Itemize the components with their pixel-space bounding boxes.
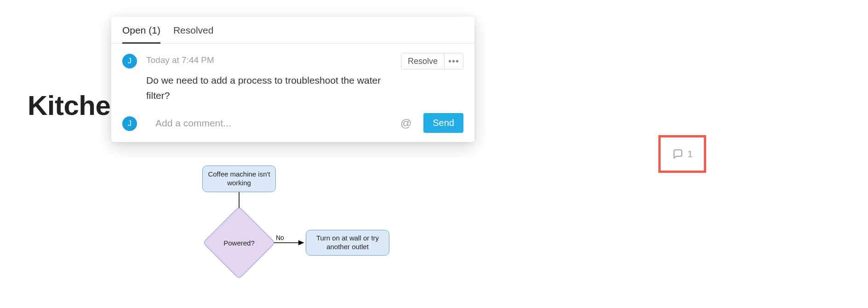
mention-button[interactable]: @ (398, 117, 414, 130)
comment-count: 1 (687, 149, 692, 160)
comment-thread: J Today at 7:44 PM Resolve ••• Do we nee… (111, 44, 474, 107)
comment-timestamp: Today at 7:44 PM (146, 53, 214, 68)
comments-popup: Open (1) Resolved J Today at 7:44 PM Res… (111, 17, 474, 142)
tab-open[interactable]: Open (1) (122, 25, 160, 44)
avatar: J (122, 116, 137, 131)
send-button[interactable]: Send (423, 113, 463, 133)
flow-node-decision-label: Powered? (213, 217, 265, 268)
comment-actions: Resolve ••• (401, 53, 463, 69)
flow-node-outlet[interactable]: Turn on at wall or try another outlet (306, 230, 389, 256)
tab-resolved[interactable]: Resolved (173, 25, 214, 43)
avatar: J (122, 54, 137, 68)
comment-body: Do we need to add a process to troublesh… (146, 73, 385, 103)
resolve-button[interactable]: Resolve (401, 53, 445, 69)
comment-input[interactable] (155, 118, 388, 129)
flow-node-start[interactable]: Coffee machine isn't working (202, 165, 276, 192)
flowchart: Coffee machine isn't working Powered? No… (198, 165, 414, 308)
comments-tabs: Open (1) Resolved (111, 17, 474, 44)
comment-composer: J @ Send (111, 107, 474, 142)
comment-count-highlight: 1 (658, 135, 706, 173)
more-button[interactable]: ••• (445, 53, 463, 69)
comment-icon[interactable] (672, 148, 684, 160)
flow-edge-no-label: No (276, 234, 284, 241)
page-title: Kitche (28, 90, 110, 121)
